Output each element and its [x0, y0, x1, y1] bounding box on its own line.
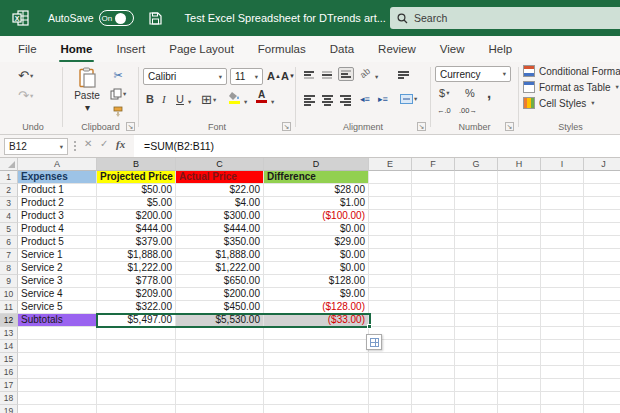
cell-A7[interactable]: Service 1	[18, 249, 97, 262]
format-as-table-button[interactable]: Format as Table ▾	[523, 81, 620, 93]
cell-I6[interactable]	[541, 236, 584, 249]
cell-I14[interactable]	[541, 340, 584, 353]
cell-H15[interactable]	[498, 353, 541, 366]
cell-I13[interactable]	[541, 327, 584, 340]
row-header-18[interactable]: 18	[0, 392, 18, 405]
font-dialog-launcher[interactable]: ↘	[282, 122, 291, 131]
cell-F7[interactable]	[412, 249, 455, 262]
cell-C17[interactable]	[176, 379, 264, 392]
underline-button[interactable]: U	[176, 93, 184, 105]
row-header-17[interactable]: 17	[0, 379, 18, 392]
cell-D16[interactable]	[264, 366, 369, 379]
col-header-I[interactable]: I	[541, 158, 584, 171]
col-header-B[interactable]: B	[97, 158, 176, 171]
currency-button[interactable]: $▾	[439, 87, 449, 99]
row-header-16[interactable]: 16	[0, 366, 18, 379]
cell-B19[interactable]	[97, 405, 176, 413]
cell-G9[interactable]	[455, 275, 498, 288]
cell-H19[interactable]	[498, 405, 541, 413]
cell-A16[interactable]	[18, 366, 97, 379]
row-header-5[interactable]: 5	[0, 223, 18, 236]
cell-B4[interactable]: $200.00	[97, 210, 176, 223]
cell-C14[interactable]	[176, 340, 264, 353]
cell-H2[interactable]	[498, 184, 541, 197]
search-input[interactable]	[414, 12, 564, 24]
cell-B13[interactable]	[97, 327, 176, 340]
cell-F6[interactable]	[412, 236, 455, 249]
cell-B15[interactable]	[97, 353, 176, 366]
percent-button[interactable]: %	[465, 87, 475, 99]
cell-E15[interactable]	[369, 353, 412, 366]
cell-H18[interactable]	[498, 392, 541, 405]
cell-D12[interactable]: ($33.00)	[264, 314, 369, 327]
format-painter-button[interactable]	[110, 106, 126, 118]
cell-E6[interactable]	[369, 236, 412, 249]
cell-H8[interactable]	[498, 262, 541, 275]
comma-style-button[interactable]: ,	[487, 84, 491, 101]
cell-A3[interactable]: Product 2	[18, 197, 97, 210]
cell-F16[interactable]	[412, 366, 455, 379]
align-left-button[interactable]	[304, 95, 315, 106]
cell-H1[interactable]	[498, 171, 541, 184]
increase-decimal-button[interactable]: ←.0	[437, 106, 451, 115]
tab-help[interactable]: Help	[477, 36, 525, 62]
align-center-button[interactable]	[322, 95, 333, 106]
cell-A19[interactable]	[18, 405, 97, 413]
cell-E7[interactable]	[369, 249, 412, 262]
row-header-9[interactable]: 9	[0, 275, 18, 288]
cell-C7[interactable]: $1,888.00	[176, 249, 264, 262]
cell-C9[interactable]: $650.00	[176, 275, 264, 288]
cell-G8[interactable]	[455, 262, 498, 275]
cell-D2[interactable]: $28.00	[264, 184, 369, 197]
cut-button[interactable]: ✂	[110, 69, 126, 82]
align-top-button[interactable]	[304, 71, 314, 79]
cell-J8[interactable]	[584, 262, 620, 275]
cell-D18[interactable]	[264, 392, 369, 405]
cell-D4[interactable]: ($100.00)	[264, 210, 369, 223]
cell-I11[interactable]	[541, 301, 584, 314]
cell-B7[interactable]: $1,888.00	[97, 249, 176, 262]
paste-button[interactable]: Paste ▾	[69, 67, 105, 121]
cell-A12[interactable]: Subtotals	[18, 314, 97, 327]
cell-J14[interactable]	[584, 340, 620, 353]
cell-B1[interactable]: Projected Price	[97, 171, 176, 184]
cell-J10[interactable]	[584, 288, 620, 301]
align-right-button[interactable]	[340, 95, 351, 106]
row-header-8[interactable]: 8	[0, 262, 18, 275]
cell-J18[interactable]	[584, 392, 620, 405]
cell-B2[interactable]: $50.00	[97, 184, 176, 197]
cell-F13[interactable]	[412, 327, 455, 340]
cell-F11[interactable]	[412, 301, 455, 314]
cell-E16[interactable]	[369, 366, 412, 379]
number-format-combo[interactable]: Currency▾	[435, 66, 511, 82]
cell-A4[interactable]: Product 3	[18, 210, 97, 223]
cell-A18[interactable]	[18, 392, 97, 405]
cell-F2[interactable]	[412, 184, 455, 197]
cell-H12[interactable]	[498, 314, 541, 327]
cell-H5[interactable]	[498, 223, 541, 236]
font-color-button[interactable]: A	[256, 90, 267, 103]
cell-I15[interactable]	[541, 353, 584, 366]
autosave-toggle[interactable]: On	[99, 10, 134, 26]
cell-I3[interactable]	[541, 197, 584, 210]
cell-E18[interactable]	[369, 392, 412, 405]
cell-H16[interactable]	[498, 366, 541, 379]
tab-view[interactable]: View	[428, 36, 477, 62]
cell-styles-button[interactable]: Cell Styles ▾	[523, 97, 620, 109]
cell-J19[interactable]	[584, 405, 620, 413]
cell-H10[interactable]	[498, 288, 541, 301]
cell-C2[interactable]: $22.00	[176, 184, 264, 197]
alignment-dialog-launcher[interactable]: ↘	[417, 122, 426, 131]
search-box[interactable]	[390, 7, 620, 29]
cell-I17[interactable]	[541, 379, 584, 392]
cell-B11[interactable]: $322.00	[97, 301, 176, 314]
cell-J17[interactable]	[584, 379, 620, 392]
cell-B14[interactable]	[97, 340, 176, 353]
cell-G6[interactable]	[455, 236, 498, 249]
cell-G12[interactable]	[455, 314, 498, 327]
number-dialog-launcher[interactable]: ↘	[505, 122, 514, 131]
tab-formulas[interactable]: Formulas	[246, 36, 318, 62]
cell-G5[interactable]	[455, 223, 498, 236]
cancel-icon[interactable]: ✕	[84, 138, 92, 149]
cell-C6[interactable]: $350.00	[176, 236, 264, 249]
